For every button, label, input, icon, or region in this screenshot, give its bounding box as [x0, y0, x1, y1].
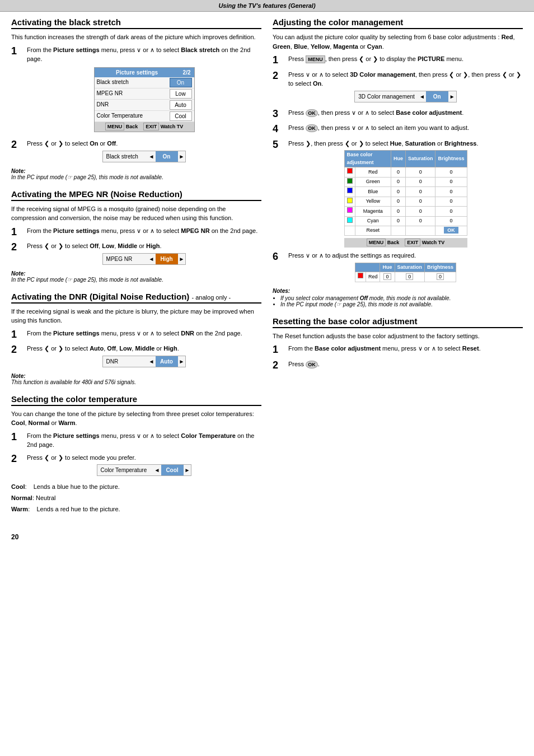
step-content-ct-2: Press ❮ or ❯ to select mode you prefer. …	[27, 453, 261, 479]
menu-icon-bct: MENU	[367, 239, 386, 246]
section-body-color-mgmt: You can adjust the picture color quality…	[273, 32, 523, 51]
right-column: Adjusting the color management You can a…	[273, 17, 523, 524]
exit-icon: EXIT	[143, 123, 159, 130]
menu-icon: MENU	[105, 123, 125, 130]
step-content-cm-3: Press OK, then press ∨ or ∧ to select Ba…	[288, 108, 523, 118]
step-num-mpeg-1: 1	[11, 226, 24, 239]
step-mpeg-2: 2 Press ❮ or ❯ to select Off, Low, Middl…	[11, 241, 261, 267]
section-title-color-temp: Selecting the color temperature	[11, 394, 261, 406]
ui-row-ctemp: Color Temperature Cool	[95, 111, 194, 122]
section-title-mpeg-nr: Activating the MPEG NR (Noise Reduction)	[11, 189, 261, 201]
yellow-swatch	[347, 198, 353, 203]
step-rc-2: 2 Press OK.	[273, 360, 523, 372]
section-title-color-mgmt: Adjusting the color management	[273, 17, 523, 29]
step-content-cm-5: Press ❯, then press ❮ or ❯ to select Hue…	[288, 139, 523, 248]
ok-cell: OK	[444, 227, 458, 234]
mini-adjust-table: Hue Saturation Brightness Red 0	[355, 263, 456, 282]
section-dnr: Activating the DNR (Digital Noise Reduct…	[11, 292, 261, 385]
exit-icon-bct: EXIT	[405, 239, 420, 246]
section-mpeg-nr: Activating the MPEG NR (Noise Reduction)…	[11, 189, 261, 283]
bct-header: Base color adjustment	[344, 151, 391, 167]
note-mpeg: Note: In the PC input mode (☞ page 25), …	[11, 270, 261, 283]
bct-row-magenta: Magenta 000	[344, 207, 467, 217]
step-num-rc-1: 1	[273, 344, 285, 356]
bct-row-yellow: Yellow 000	[344, 197, 467, 207]
green-swatch	[347, 178, 353, 184]
step-num-dnr-1: 1	[11, 329, 24, 341]
ui-row-bs: Black stretch On	[95, 77, 194, 88]
ui-box-footer-ps: MENU Back EXIT Watch TV	[95, 122, 194, 132]
inline-ct: Color Temperature ◄ Cool ►	[97, 464, 192, 476]
section-title-black-stretch: Activating the black stretch	[11, 17, 261, 29]
base-color-table: Base color adjustment Hue Saturation Bri…	[344, 150, 467, 236]
ok-btn-rc: OK	[306, 361, 318, 368]
magenta-swatch	[347, 207, 353, 213]
step-num-bs-2: 2	[11, 139, 24, 151]
notes-cm: Notes: If you select color management Of…	[273, 288, 523, 307]
step-num-cm-5: 5	[273, 139, 285, 151]
ui-row-mpeg: MPEG NR Low	[95, 88, 194, 100]
step-ct-2: 2 Press ❮ or ❯ to select mode you prefer…	[11, 453, 261, 479]
warm-desc: Warm: Lends a red hue to the picture.	[11, 504, 261, 515]
inline-3dcm: 3D Color management ◄ On ►	[354, 91, 456, 102]
top-bar-title: Using the TV's features (General)	[218, 2, 315, 9]
ok-btn-4: OK	[306, 124, 318, 132]
step-content-rc-2: Press OK.	[288, 360, 523, 369]
step-ct-1: 1 From the Picture settings menu, press …	[11, 431, 261, 450]
bct-row-reset: Reset OK	[344, 226, 467, 236]
inline-mpeg: MPEG NR ◄ High ►	[102, 253, 186, 265]
mt-bri: Brightness	[425, 263, 456, 272]
note-cm-1: If you select color management Off mode,…	[280, 295, 523, 301]
ui-box-title: Picture settings	[95, 68, 180, 77]
section-reset-color: Resetting the base color adjustment The …	[273, 316, 523, 372]
section-body-reset-color: The Reset function adjusts the base colo…	[273, 332, 523, 341]
step-content-rc-1: From the Base color adjustment menu, pre…	[288, 344, 523, 353]
bct-bri: Brightness	[435, 151, 467, 167]
bct-row-blue: Blue 000	[344, 187, 467, 197]
section-body-dnr: If the receiving signal is weak and the …	[11, 307, 261, 325]
step-bs-2: 2 Press ❮ or ❯ to select On or Off. Blac…	[11, 139, 261, 165]
mt-row-red: Red 0 0 0	[355, 272, 456, 282]
inline-dnr: DNR ◄ Auto ►	[102, 356, 186, 367]
step-num-ct-1: 1	[11, 431, 24, 444]
step-content-cm-6: Press ∨ or ∧ to adjust the settings as r…	[288, 251, 523, 284]
section-body-color-temp: You can change the tone of the picture b…	[11, 409, 261, 428]
normal-desc: Normal: Neutral	[11, 493, 261, 504]
step-num-ct-2: 2	[11, 453, 24, 465]
step-cm-3: 3 Press OK, then press ∨ or ∧ to select …	[273, 108, 523, 120]
mt-hue: Hue	[380, 263, 395, 272]
color-temp-descriptions: Cool: Lends a blue hue to the picture. N…	[11, 482, 261, 515]
step-content-bs-2: Press ❮ or ❯ to select On or Off. Black …	[27, 139, 261, 165]
ok-btn-3: OK	[306, 109, 318, 117]
note-bs: Note: In the PC input mode (☞ page 25), …	[11, 168, 261, 180]
bct-row-green: Green 000	[344, 177, 467, 187]
section-title-reset-color: Resetting the base color adjustment	[273, 316, 523, 328]
note-cm-2: In the PC input mode (☞ page 25), this m…	[280, 301, 523, 307]
page-number: 20	[0, 530, 534, 544]
section-title-dnr: Activating the DNR (Digital Noise Reduct…	[11, 292, 261, 304]
step-content-ct-1: From the Picture settings menu, press ∨ …	[27, 431, 261, 450]
step-mpeg-1: 1 From the Picture settings menu, press …	[11, 226, 261, 239]
step-dnr-1: 1 From the Picture settings menu, press …	[11, 329, 261, 341]
step-content-mpeg-2: Press ❮ or ❯ to select Off, Low, Middle …	[27, 241, 261, 267]
step-num-cm-3: 3	[273, 108, 285, 120]
step-num-cm-1: 1	[273, 54, 285, 67]
note-dnr: Note: This function is available for 480…	[11, 373, 261, 385]
section-body-black-stretch: This function increases the strength of …	[11, 32, 261, 42]
step-num-cm-6: 6	[273, 251, 285, 263]
bct-row-red: Red 000	[344, 167, 467, 178]
section-body-mpeg-nr: If the receiving signal of MPEG is a mos…	[11, 204, 261, 223]
step-content-dnr-2: Press ❮ or ❯ to select Auto, Off, Low, M…	[27, 344, 261, 370]
menu-btn: MENU	[306, 55, 325, 63]
step-cm-2: 2 Press ∨ or ∧ to select 3D Color manage…	[273, 70, 523, 105]
step-cm-6: 6 Press ∨ or ∧ to adjust the settings as…	[273, 251, 523, 284]
inline-bs: Black stretch ◄ On ►	[102, 151, 186, 162]
step-bs-1: 1 From the Picture settings menu, press …	[11, 45, 261, 136]
bct-sat: Saturation	[405, 151, 435, 167]
step-content-cm-4: Press OK, then press ∨ or ∧ to select an…	[288, 123, 523, 133]
step-content-bs-1: From the Picture settings menu, press ∨ …	[27, 45, 261, 136]
step-num-bs-1: 1	[11, 45, 24, 58]
bct-row-cyan: Cyan 000	[344, 216, 467, 226]
step-num-mpeg-2: 2	[11, 241, 24, 254]
section-black-stretch: Activating the black stretch This functi…	[11, 17, 261, 180]
